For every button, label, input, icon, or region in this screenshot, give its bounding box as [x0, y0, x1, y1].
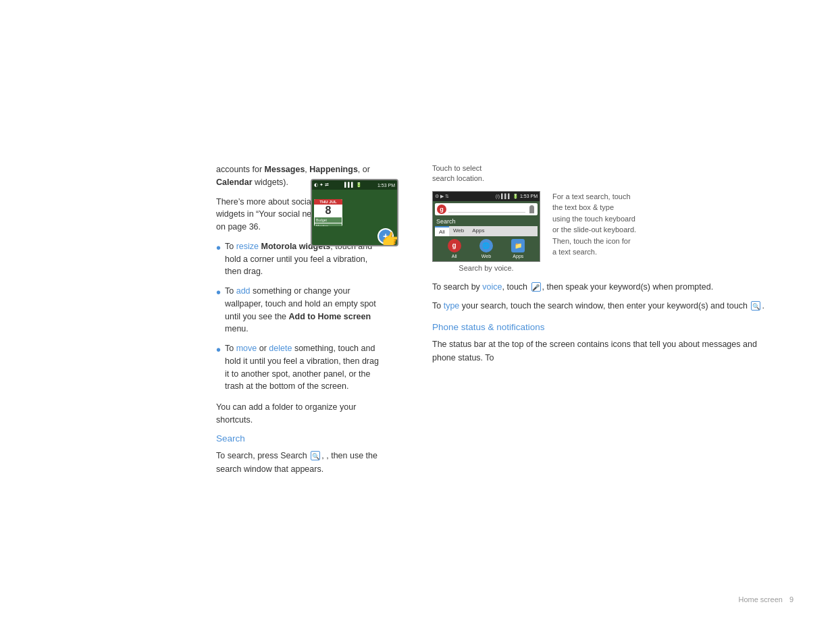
google-icon: g: [437, 205, 446, 214]
cal-header: THU JUL: [314, 199, 342, 205]
list-item-add: • To add something or change your wallpa…: [216, 285, 385, 336]
type-search-paragraph: To type your search, touch the search wi…: [432, 299, 770, 313]
move-link: move: [236, 344, 257, 353]
result-icon-web: 🌐: [479, 239, 493, 252]
phone-calendar: THU JUL 8 Budget Meeting: [314, 199, 342, 226]
cal-day: 8: [314, 205, 342, 217]
search-screen-mockup: ⚙ ▶ ⇅ (i) ▌▌▌ 🔋 1:53 PM g: [432, 191, 540, 262]
footer-page-number: 9: [789, 595, 793, 603]
phone-status-bar: ◐ ✦ ⇌ ▌▌▌ 🔋 1:53 PM: [312, 180, 397, 190]
result-icon-apps: 📁: [511, 239, 525, 252]
messages-bold: Messages: [265, 165, 305, 174]
search-status-bar: ⚙ ▶ ⇅ (i) ▌▌▌ 🔋 1:53 PM: [433, 192, 540, 201]
mic-icon: [527, 204, 536, 215]
phone-status-heading: Phone status & notifications: [432, 322, 770, 332]
result-col-1: g All: [448, 239, 461, 259]
bullet-dot-3: •: [216, 343, 221, 356]
result-label-apps: Apps: [513, 254, 523, 259]
phone-time: 1:53 PM: [377, 183, 395, 188]
result-col-3: 📁 Apps: [511, 239, 525, 259]
delete-link: delete: [269, 344, 292, 353]
add-home-bold: Add to Home screen: [289, 312, 371, 321]
voice-touch-icon: 🎤: [531, 282, 541, 292]
phone-status-icons: ◐ ✦ ⇌: [314, 182, 329, 188]
type-link: type: [444, 301, 460, 311]
footer-section-label: Home screen: [738, 595, 782, 603]
search-heading: Search: [216, 433, 385, 444]
search-tabs: All Web Apps: [435, 226, 538, 236]
bullet-content-3: To move or delete something, touch and h…: [225, 342, 385, 393]
search-input-bar: [448, 206, 525, 213]
cal-event: Budget: [315, 217, 342, 223]
phone-widget-image: ◐ ✦ ⇌ ▌▌▌ 🔋 1:53 PM THU JUL 8 Budget Mee…: [311, 179, 412, 246]
result-col-2: 🌐 Web: [479, 239, 493, 259]
search-icon: 🔍: [311, 451, 320, 460]
bullet-list: • To resize Motorola widgets, touch and …: [216, 240, 385, 393]
bullet-dot-1: •: [216, 241, 221, 254]
search-ui-container: Touch to select search location. ⚙ ▶ ⇅ (…: [432, 163, 770, 272]
result-icon-g: g: [448, 239, 461, 252]
search-body: To search, press Search 🔍, , then use th…: [216, 449, 385, 476]
tab-apps: Apps: [468, 226, 488, 236]
result-label-all: All: [452, 254, 457, 259]
result-label-web: Web: [481, 254, 491, 259]
screen-left-icons: ⚙ ▶ ⇅: [435, 194, 449, 199]
search-label-screen: Search: [433, 217, 540, 226]
phone-status-body: The status bar at the top of the screen …: [432, 338, 770, 365]
folder-note: You can add a folder to organize your sh…: [216, 401, 385, 427]
type-search-icon: 🔍: [751, 301, 760, 311]
search-results: g All 🌐 Web 📁 Apps: [433, 236, 540, 261]
voice-link: voice: [482, 282, 502, 292]
hand-cursor-icon: 👈: [382, 230, 398, 246]
search-bar-mockup: g: [435, 203, 538, 215]
phone-screen: ◐ ✦ ⇌ ▌▌▌ 🔋 1:53 PM THU JUL 8 Budget Mee…: [311, 179, 398, 246]
happenings-bold: Happenings: [309, 165, 358, 174]
page: accounts for Messages, Happenings, or Ca…: [0, 0, 834, 644]
list-item-move: • To move or delete something, touch and…: [216, 342, 385, 393]
touch-hint: Touch to select search location.: [432, 163, 540, 184]
bullet-content-2: To add something or change your wallpape…: [225, 285, 385, 336]
tab-web: Web: [449, 226, 468, 236]
voice-by-label: Search by voice.: [432, 264, 540, 272]
calendar-bold: Calendar: [216, 178, 253, 187]
phone-signal: ▌▌▌ 🔋: [344, 182, 362, 188]
bullet-dot-2: •: [216, 286, 221, 299]
text-search-hint: For a text search, touch the text box & …: [552, 191, 640, 258]
cal-event-2: Meeting: [315, 223, 342, 226]
tab-all: All: [435, 226, 449, 236]
voice-search-paragraph: To search by voice, touch 🎤, then speak …: [432, 280, 770, 294]
resize-link: resize: [236, 242, 259, 251]
page-footer: Home screen 9: [738, 595, 793, 603]
screen-right-icons: (i) ▌▌▌ 🔋 1:53 PM: [496, 194, 538, 199]
add-link: add: [236, 286, 251, 296]
